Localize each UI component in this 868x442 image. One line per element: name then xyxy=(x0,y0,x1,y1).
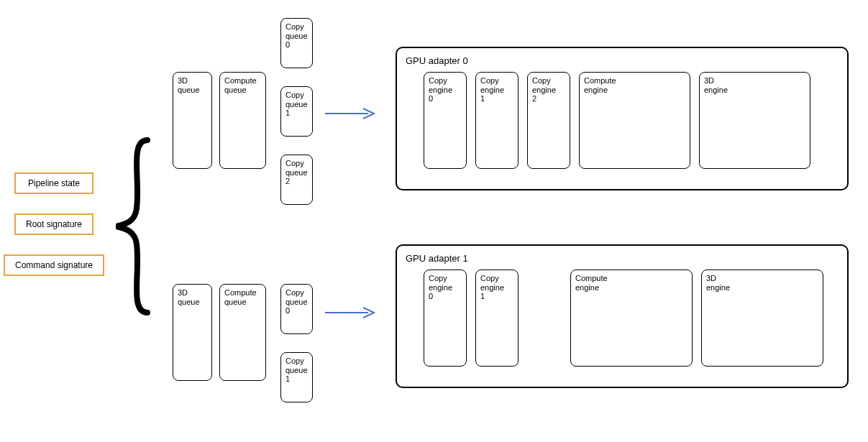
engine-copy0-a0: Copyengine0 xyxy=(424,72,467,169)
gpu-adapter-0-title: GPU adapter 0 xyxy=(406,55,839,66)
queue-copy2-top: Copyqueue2 xyxy=(280,155,313,205)
arrow-icon xyxy=(324,305,381,320)
engine-copy1-a0: Copyengine1 xyxy=(475,72,518,169)
engine-copy1-a1: Copyengine1 xyxy=(475,270,518,367)
queue-compute-bottom: Computequeue xyxy=(219,284,266,381)
label-root-signature: Root signature xyxy=(14,213,93,235)
queue-copy1-top: Copyqueue1 xyxy=(280,86,313,137)
engine-3d-a0: 3Dengine xyxy=(699,72,810,169)
queue-3d-top: 3Dqueue xyxy=(173,72,212,169)
queue-copy1-bottom: Copyqueue1 xyxy=(280,352,313,402)
queue-compute-top: Computequeue xyxy=(219,72,266,169)
engine-compute-a0: Computeengine xyxy=(579,72,690,169)
engine-compute-a1: Computeengine xyxy=(570,270,693,367)
gpu-adapter-0: GPU adapter 0 Copyengine0 Copyengine1 Co… xyxy=(396,47,849,190)
brace-icon xyxy=(108,137,165,316)
gpu-adapter-1-title: GPU adapter 1 xyxy=(406,253,839,264)
queue-copy0-bottom: Copyqueue0 xyxy=(280,284,313,334)
engine-copy0-a1: Copyengine0 xyxy=(424,270,467,367)
gpu-adapter-1-engines: Copyengine0 Copyengine1 Computeengine 3D… xyxy=(406,270,839,367)
engine-3d-a1: 3Dengine xyxy=(701,270,823,367)
gpu-adapter-1: GPU adapter 1 Copyengine0 Copyengine1 Co… xyxy=(396,244,849,388)
label-command-signature: Command signature xyxy=(4,254,104,276)
gpu-adapter-0-engines: Copyengine0 Copyengine1 Copyengine2 Comp… xyxy=(406,72,839,169)
queue-copy0-top: Copyqueue0 xyxy=(280,18,313,68)
label-pipeline-state: Pipeline state xyxy=(14,172,93,194)
arrow-icon xyxy=(324,106,381,121)
queue-3d-bottom: 3Dqueue xyxy=(173,284,212,381)
engine-copy2-a0: Copyengine2 xyxy=(527,72,570,169)
